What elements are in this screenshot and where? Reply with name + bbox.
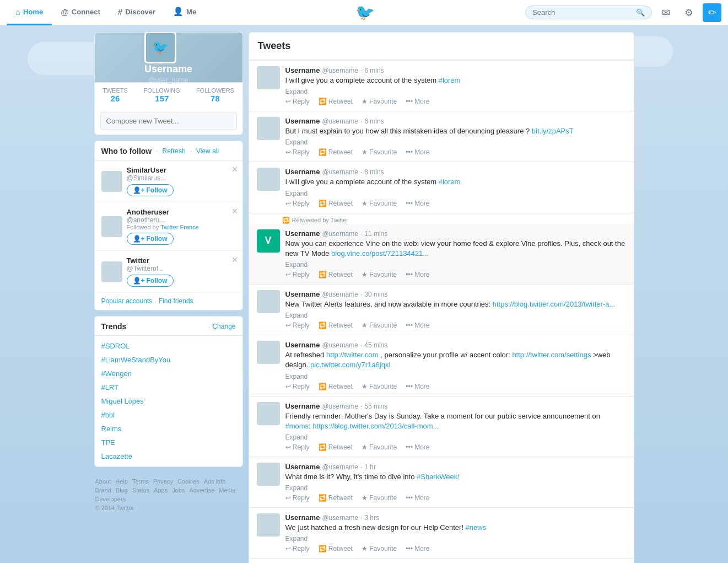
- follow-by-link-1[interactable]: Twitter France: [160, 224, 199, 230]
- search-icon[interactable]: 🔍: [636, 8, 645, 17]
- search-input[interactable]: [532, 8, 636, 17]
- more-action-8[interactable]: ••• More: [406, 545, 429, 553]
- reply-action-4[interactable]: ↩ Reply: [285, 321, 310, 329]
- reply-action-8[interactable]: ↩ Reply: [285, 545, 310, 553]
- footer-link-12[interactable]: Media: [219, 487, 235, 494]
- tweet-link-4[interactable]: https://blog.twitter.com/2013/twitter-a.…: [493, 300, 616, 308]
- close-follow-0[interactable]: ✕: [231, 165, 238, 174]
- trend-item-3[interactable]: #LRT: [95, 380, 242, 394]
- compose-input[interactable]: [100, 112, 237, 130]
- trend-item-8[interactable]: Lacazette: [95, 449, 242, 463]
- reply-action-5[interactable]: ↩ Reply: [285, 383, 310, 390]
- footer-link-7[interactable]: Blog: [116, 487, 128, 494]
- footer-link-10[interactable]: Jobs: [172, 487, 185, 494]
- favourite-action-0[interactable]: ★ Favourite: [362, 98, 397, 105]
- tweet-expand-0[interactable]: Expand: [285, 88, 626, 95]
- tweet-link-0[interactable]: #lorem: [439, 76, 461, 84]
- tweets-stat[interactable]: TWEETS 26: [103, 87, 128, 103]
- retweet-action-0[interactable]: 🔁 Retweet: [319, 98, 353, 105]
- footer-link-6[interactable]: Brand: [95, 487, 111, 494]
- footer-link-9[interactable]: Apps: [154, 487, 168, 494]
- tweet-link-5-1[interactable]: http://twitter.com: [326, 351, 379, 359]
- retweet-action-8[interactable]: 🔁 Retweet: [319, 545, 353, 553]
- more-action-7[interactable]: ••• More: [406, 494, 429, 502]
- trend-item-2[interactable]: #Wengen: [95, 367, 242, 380]
- view-all-link[interactable]: View all: [196, 147, 219, 155]
- favourite-action-1[interactable]: ★ Favourite: [362, 148, 397, 156]
- more-action-2[interactable]: ••• More: [406, 200, 429, 207]
- follow-button-2[interactable]: 👤+ Follow: [127, 275, 174, 287]
- more-action-1[interactable]: ••• More: [406, 148, 429, 156]
- tweet-link-6-1[interactable]: #moms: [285, 422, 309, 430]
- footer-link-4[interactable]: Cookies: [177, 478, 199, 485]
- popular-accounts-link[interactable]: Popular accounts: [101, 297, 153, 305]
- tweet-link-3[interactable]: blog.vine.co/post/721134421...: [331, 249, 429, 258]
- reply-action-6[interactable]: ↩ Reply: [285, 443, 310, 451]
- follow-button-0[interactable]: 👤+ Follow: [127, 184, 174, 196]
- nav-home[interactable]: ⌂ Home: [7, 0, 52, 25]
- nav-connect[interactable]: @ Connect: [52, 0, 109, 25]
- tweet-link-8[interactable]: #news: [466, 523, 487, 532]
- reply-action-1[interactable]: ↩ Reply: [285, 148, 310, 156]
- favourite-action-6[interactable]: ★ Favourite: [362, 443, 397, 451]
- more-action-3[interactable]: ••• More: [406, 271, 429, 278]
- favourite-action-5[interactable]: ★ Favourite: [362, 383, 397, 390]
- followers-stat[interactable]: FOLLOWERS 78: [196, 87, 234, 103]
- tweet-expand-8[interactable]: Expand: [285, 535, 626, 543]
- retweet-action-4[interactable]: 🔁 Retweet: [319, 321, 353, 329]
- nav-discover[interactable]: # Discover: [109, 0, 164, 25]
- reply-action-0[interactable]: ↩ Reply: [285, 98, 310, 105]
- tweet-link-7[interactable]: #SharkWeek!: [417, 473, 460, 481]
- retweet-action-7[interactable]: 🔁 Retweet: [319, 494, 353, 502]
- close-follow-1[interactable]: ✕: [231, 207, 238, 216]
- trend-item-5[interactable]: #bbl: [95, 408, 242, 422]
- tweet-expand-3[interactable]: Expand: [285, 261, 626, 269]
- favourite-action-7[interactable]: ★ Favourite: [362, 494, 397, 502]
- footer-link-5[interactable]: Ads info: [204, 478, 226, 485]
- trends-change-link[interactable]: Change: [212, 323, 235, 330]
- nav-me[interactable]: 👤 Me: [164, 0, 205, 25]
- tweet-expand-2[interactable]: Expand: [285, 190, 626, 197]
- follow-button-1[interactable]: 👤+ Follow: [127, 233, 174, 245]
- close-follow-2[interactable]: ✕: [231, 255, 238, 264]
- footer-link-3[interactable]: Privacy: [153, 478, 173, 485]
- tweet-expand-4[interactable]: Expand: [285, 312, 626, 319]
- settings-button[interactable]: ⚙: [680, 3, 698, 22]
- reply-action-2[interactable]: ↩ Reply: [285, 200, 310, 207]
- tweet-link-5-3[interactable]: pic.twitter.com/y7r1a6jqxl: [310, 361, 390, 369]
- trend-item-4[interactable]: Miguel Lopes: [95, 394, 242, 408]
- tweet-expand-6[interactable]: Expand: [285, 433, 626, 441]
- retweet-action-1[interactable]: 🔁 Retweet: [319, 148, 353, 156]
- compose-button[interactable]: ✏: [703, 3, 721, 22]
- footer-link-2[interactable]: Terms: [132, 478, 149, 485]
- tweet-link-6-2[interactable]: https://blog.twitter.com/2013/call-mom..…: [312, 422, 439, 430]
- retweet-action-5[interactable]: 🔁 Retweet: [319, 383, 353, 390]
- tweet-expand-1[interactable]: Expand: [285, 138, 626, 146]
- tweet-expand-7[interactable]: Expand: [285, 484, 626, 492]
- trend-item-7[interactable]: TPE: [95, 436, 242, 449]
- favourite-action-3[interactable]: ★ Favourite: [362, 271, 397, 278]
- favourite-action-4[interactable]: ★ Favourite: [362, 321, 397, 329]
- tweet-link-2[interactable]: #lorem: [439, 178, 461, 186]
- footer-link-8[interactable]: Status: [132, 487, 149, 494]
- favourite-action-2[interactable]: ★ Favourite: [362, 200, 397, 207]
- tweet-expand-5[interactable]: Expand: [285, 373, 626, 380]
- footer-link-13[interactable]: Developers: [95, 496, 126, 502]
- retweet-action-6[interactable]: 🔁 Retweet: [319, 443, 353, 451]
- trend-item-6[interactable]: Reims: [95, 422, 242, 436]
- footer-link-0[interactable]: About: [95, 478, 111, 485]
- reply-action-7[interactable]: ↩ Reply: [285, 494, 310, 502]
- find-friends-link[interactable]: Find friends: [159, 297, 193, 305]
- more-action-5[interactable]: ••• More: [406, 383, 429, 390]
- footer-link-11[interactable]: Advertise: [189, 487, 214, 494]
- more-action-0[interactable]: ••• More: [406, 98, 429, 105]
- more-action-4[interactable]: ••• More: [406, 321, 429, 329]
- messages-button[interactable]: ✉: [656, 3, 675, 22]
- favourite-action-8[interactable]: ★ Favourite: [362, 545, 397, 553]
- trend-item-0[interactable]: #SDROL: [95, 339, 242, 353]
- footer-link-1[interactable]: Help: [115, 478, 128, 485]
- reply-action-3[interactable]: ↩ Reply: [285, 271, 310, 278]
- tweet-link-1[interactable]: bit.ly/zpAPsT: [532, 127, 574, 135]
- tweet-link-5-2[interactable]: http://twitter.com/settings: [512, 351, 591, 359]
- retweet-action-2[interactable]: 🔁 Retweet: [319, 200, 353, 207]
